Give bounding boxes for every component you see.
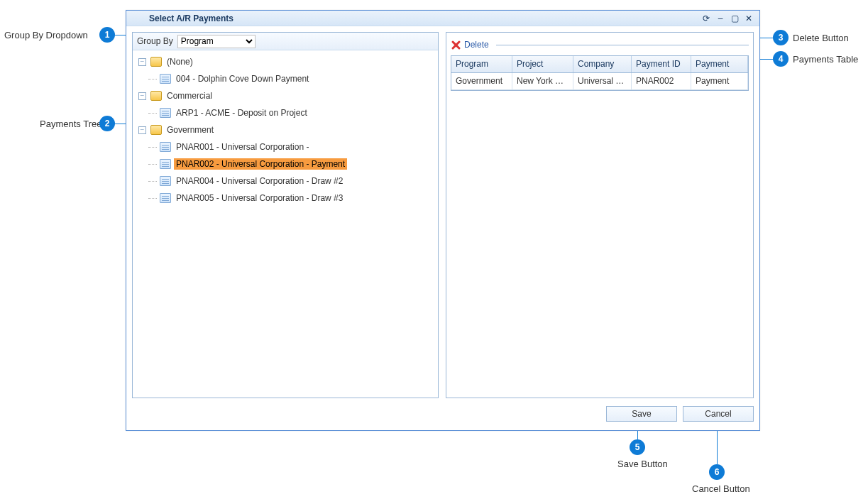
tree-node-item[interactable]: ARP1 - ACME - Deposit on Project: [133, 104, 438, 121]
tree-node-government[interactable]: − Government: [133, 121, 438, 138]
select-ar-payments-dialog: Select A/R Payments ⟳ – ▢ ✕ Group By Pro…: [126, 10, 760, 431]
callout-badge-5: 5: [630, 439, 645, 455]
cell-company: Universal Corp: [573, 73, 632, 89]
tree-node-item[interactable]: PNAR005 - Universal Corporation - Draw #…: [133, 190, 438, 207]
callout-badge-1: 1: [99, 27, 115, 43]
expand-icon[interactable]: −: [138, 58, 146, 66]
tree-node-item-selected[interactable]: PNAR002 - Universal Corporation - Paymen…: [133, 155, 438, 172]
cell-payment-id: PNAR002: [632, 73, 691, 89]
group-by-label: Group By: [137, 36, 173, 46]
cell-project: New York City: [512, 73, 573, 89]
payments-tree[interactable]: − (None) 004 - Dolphin Cove Down Payment…: [133, 50, 438, 398]
footer-buttons: Save Cancel: [606, 406, 754, 422]
delete-icon[interactable]: [451, 40, 461, 50]
tree-node-item[interactable]: PNAR001 - Universal Corporation -: [133, 138, 438, 155]
tree-node-none[interactable]: − (None): [133, 53, 438, 70]
window-title: Select A/R Payments: [149, 13, 234, 23]
group-by-dropdown[interactable]: Program: [177, 35, 256, 48]
table-header: Program Project Company Payment ID Payme…: [451, 56, 748, 73]
document-icon: [160, 159, 171, 169]
tree-node-item[interactable]: PNAR004 - Universal Corporation - Draw #…: [133, 172, 438, 190]
folder-icon: [150, 91, 162, 101]
callout-badge-2: 2: [99, 116, 115, 131]
callout-label-6: Cancel Button: [692, 483, 750, 494]
tree-label: PNAR005 - Universal Corporation - Draw #…: [174, 192, 345, 204]
close-icon[interactable]: ✕: [744, 13, 754, 23]
callout-label-5: Save Button: [617, 459, 668, 469]
expand-icon[interactable]: −: [138, 126, 146, 134]
divider: [496, 45, 749, 45]
col-project[interactable]: Project: [512, 56, 573, 72]
group-by-row: Group By Program: [133, 33, 438, 50]
tree-label: PNAR002 - Universal Corporation - Paymen…: [174, 158, 347, 170]
save-button[interactable]: Save: [606, 406, 677, 422]
delete-bar: Delete: [451, 37, 749, 53]
cancel-button[interactable]: Cancel: [683, 406, 754, 422]
tree-label: PNAR004 - Universal Corporation - Draw #…: [174, 175, 345, 187]
folder-icon: [150, 57, 162, 67]
titlebar: Select A/R Payments ⟳ – ▢ ✕: [126, 11, 759, 26]
tree-label: PNAR001 - Universal Corporation -: [174, 141, 311, 153]
document-icon: [160, 193, 171, 203]
refresh-icon[interactable]: ⟳: [701, 13, 711, 23]
col-company[interactable]: Company: [573, 56, 632, 72]
table-row[interactable]: Government New York City Universal Corp …: [451, 73, 748, 90]
callout-label-4: Payments Table: [793, 54, 858, 65]
col-payment-id[interactable]: Payment ID: [632, 56, 691, 72]
callout-label-3: Delete Button: [793, 33, 849, 43]
tree-label: Commercial: [165, 90, 214, 102]
document-icon: [160, 74, 171, 84]
col-payment[interactable]: Payment: [691, 56, 748, 72]
minimize-icon[interactable]: –: [715, 13, 725, 23]
callout-label-1: Group By Dropdown: [4, 30, 88, 40]
cell-payment: Payment: [691, 73, 748, 89]
callout-label-2: Payments Tree: [40, 119, 101, 129]
tree-label: ARP1 - ACME - Deposit on Project: [174, 107, 309, 119]
tree-label: Government: [165, 124, 216, 136]
callout-badge-4: 4: [773, 51, 789, 67]
document-icon: [160, 142, 171, 152]
delete-button[interactable]: Delete: [464, 40, 489, 50]
expand-icon[interactable]: −: [138, 92, 146, 100]
document-icon: [160, 108, 171, 118]
tree-label: 004 - Dolphin Cove Down Payment: [174, 73, 311, 84]
document-icon: [160, 176, 171, 186]
tree-label: (None): [165, 56, 195, 67]
callout-badge-6: 6: [709, 464, 725, 480]
cell-program: Government: [451, 73, 512, 89]
col-program[interactable]: Program: [451, 56, 512, 72]
tree-node-commercial[interactable]: − Commercial: [133, 87, 438, 104]
maximize-icon[interactable]: ▢: [730, 13, 740, 23]
left-panel: Group By Program − (None) 004 - Dolphin …: [132, 32, 439, 398]
right-panel: Delete Program Project Company Payment I…: [446, 32, 754, 398]
payments-table: Program Project Company Payment ID Payme…: [451, 55, 749, 91]
callout-badge-3: 3: [773, 30, 789, 45]
tree-node-item[interactable]: 004 - Dolphin Cove Down Payment: [133, 70, 438, 87]
folder-icon: [150, 125, 162, 135]
